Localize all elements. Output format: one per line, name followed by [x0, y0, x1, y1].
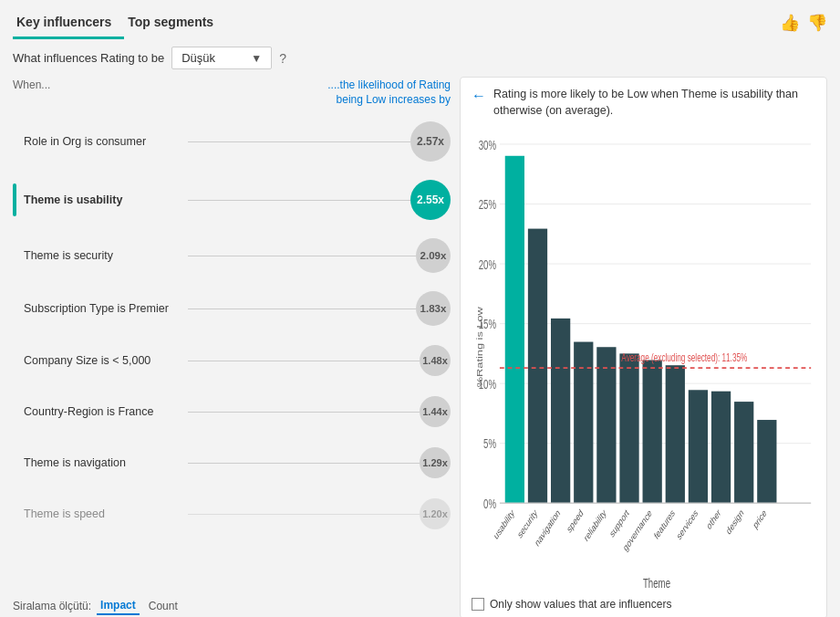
- row-line: [188, 412, 420, 413]
- svg-text:support: support: [608, 507, 631, 539]
- checkbox-label: Only show values that are influencers: [490, 598, 671, 611]
- subtitle-label: What influences Rating to be: [13, 51, 164, 65]
- influencer-label: Theme is navigation: [24, 456, 188, 469]
- svg-text:design: design: [725, 507, 745, 537]
- influencer-row[interactable]: Theme is usability 2.55x: [13, 171, 451, 229]
- average-line-label: Average (excluding selected): 11.35%: [621, 351, 747, 363]
- influencer-row[interactable]: Role in Org is consumer 2.57x: [13, 112, 451, 171]
- bar-chart-svg: 30% 25% 20% 15% 10% 5% 0% %Rating is Low: [472, 126, 815, 594]
- help-icon[interactable]: ?: [279, 51, 286, 66]
- column-headers: When... ....the likelihood of Rating bei…: [13, 77, 451, 112]
- svg-text:reliability: reliability: [583, 507, 608, 544]
- row-line-container: 1.20x: [188, 498, 451, 529]
- svg-text:navigation: navigation: [534, 507, 562, 549]
- svg-text:services: services: [675, 507, 699, 542]
- influencer-bubble: 1.83x: [416, 291, 451, 326]
- row-line: [188, 361, 420, 361]
- selection-indicator: [13, 183, 16, 216]
- influencer-bubble: 1.20x: [420, 498, 451, 529]
- tab-top-segments[interactable]: Top segments: [124, 9, 226, 39]
- row-line: [188, 141, 410, 142]
- tabs-bar: Key influencers Top segments 👍 👎: [0, 0, 840, 39]
- thumbs-down-icon[interactable]: 👎: [807, 13, 827, 33]
- bar-design[interactable]: [734, 402, 753, 503]
- svg-text:price: price: [752, 507, 768, 531]
- checkbox-row: Only show values that are influencers: [472, 594, 815, 611]
- svg-text:usability: usability: [493, 507, 516, 541]
- bar-features[interactable]: [666, 365, 685, 503]
- bar-navigation[interactable]: [551, 319, 570, 503]
- row-line: [188, 200, 410, 201]
- influencer-label: Subscription Type is Premier: [24, 302, 188, 315]
- influencer-label: Company Size is < 5,000: [24, 354, 188, 367]
- selection-indicator: [13, 497, 16, 530]
- sort-bar: Siralama ölçütü: Impact Count: [13, 590, 451, 617]
- dropdown-arrow-icon: ▼: [251, 52, 262, 65]
- right-panel-header: ← Rating is more likely to be Low when T…: [472, 87, 815, 119]
- bar-services[interactable]: [689, 390, 708, 503]
- influencer-label: Theme is usability: [24, 193, 188, 206]
- svg-text:30%: 30%: [479, 138, 496, 152]
- influencer-row[interactable]: Country-Region is France 1.44x: [13, 386, 451, 437]
- bar-chart-container: 30% 25% 20% 15% 10% 5% 0% %Rating is Low: [472, 126, 815, 594]
- bar-usability[interactable]: [505, 156, 524, 503]
- influencer-bubble: 1.48x: [420, 345, 451, 376]
- svg-text:0%: 0%: [483, 497, 496, 511]
- left-panel: When... ....the likelihood of Rating bei…: [13, 77, 451, 617]
- bar-reliability[interactable]: [596, 347, 616, 503]
- svg-text:25%: 25%: [479, 197, 496, 212]
- right-panel-title: Rating is more likely to be Low when The…: [493, 87, 815, 119]
- influencer-row[interactable]: Theme is security 2.09x: [13, 229, 451, 282]
- row-line: [188, 463, 420, 464]
- svg-text:Theme: Theme: [643, 576, 670, 591]
- row-line-container: 1.44x: [188, 396, 451, 427]
- sort-option-impact[interactable]: Impact: [97, 597, 140, 615]
- subtitle-bar: What influences Rating to be Düşük ▼ ?: [0, 39, 840, 77]
- row-line-container: 2.55x: [188, 180, 451, 220]
- bar-price[interactable]: [757, 420, 776, 503]
- row-line: [188, 308, 416, 309]
- col-likelihood-label: ....the likelihood of Rating being Low i…: [305, 78, 451, 107]
- bar-support[interactable]: [619, 353, 638, 503]
- row-line-container: 1.29x: [188, 447, 451, 478]
- selection-indicator: [13, 239, 16, 272]
- svg-text:5%: 5%: [483, 437, 496, 452]
- selection-indicator: [13, 344, 16, 377]
- svg-text:security: security: [516, 507, 539, 540]
- right-panel: ← Rating is more likely to be Low when T…: [460, 77, 827, 617]
- back-arrow-icon[interactable]: ←: [472, 88, 486, 104]
- influencer-row[interactable]: Subscription Type is Premier 1.83x: [13, 282, 451, 335]
- selection-indicator: [13, 395, 16, 428]
- bar-security[interactable]: [528, 229, 547, 504]
- influencer-bubble: 1.29x: [420, 447, 451, 478]
- show-influencers-checkbox[interactable]: [472, 598, 484, 611]
- influencer-row[interactable]: Theme is speed 1.20x: [13, 488, 451, 539]
- sort-option-count[interactable]: Count: [145, 598, 181, 614]
- sort-prefix-label: Siralama ölçütü:: [13, 600, 91, 612]
- influencer-bubble: 2.57x: [410, 121, 451, 162]
- main-content: When... ....the likelihood of Rating bei…: [0, 77, 840, 617]
- row-line-container: 1.83x: [188, 291, 451, 326]
- influencer-row[interactable]: Theme is navigation 1.29x: [13, 437, 451, 488]
- col-when-label: When...: [13, 78, 50, 91]
- influencer-list: Role in Org is consumer 2.57x Theme is u…: [13, 112, 451, 590]
- influencer-row[interactable]: Company Size is < 5,000 1.48x: [13, 335, 451, 386]
- tab-key-influencers[interactable]: Key influencers: [13, 9, 124, 39]
- selection-indicator: [13, 125, 16, 158]
- row-line-container: 1.48x: [188, 345, 451, 376]
- influencer-bubble: 2.55x: [410, 180, 451, 220]
- influencer-bubble: 1.44x: [420, 396, 451, 427]
- bar-governance[interactable]: [643, 361, 662, 504]
- influencer-label: Theme is security: [24, 249, 188, 262]
- svg-text:other: other: [705, 507, 722, 532]
- bar-speed[interactable]: [574, 342, 593, 504]
- svg-text:20%: 20%: [479, 257, 496, 272]
- svg-text:speed: speed: [565, 507, 585, 535]
- rating-dropdown[interactable]: Düşük ▼: [171, 47, 272, 69]
- thumbs-up-icon[interactable]: 👍: [780, 13, 800, 33]
- influencer-label: Role in Org is consumer: [24, 135, 188, 148]
- svg-text:%Rating is Low: %Rating is Low: [475, 307, 484, 387]
- row-line: [188, 514, 420, 515]
- bar-other[interactable]: [711, 392, 731, 504]
- selection-indicator: [13, 446, 16, 479]
